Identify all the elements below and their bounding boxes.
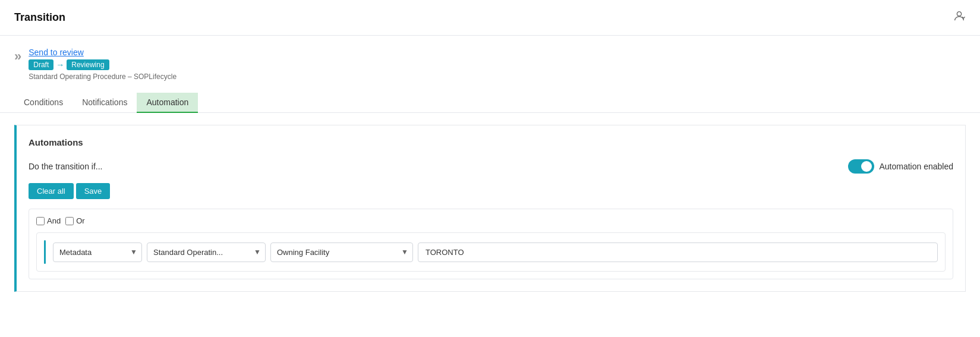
badge-arrow-icon: → (56, 60, 64, 70)
field2-select[interactable]: Standard Operatin... (147, 242, 266, 262)
conditions-container: And Or Metadata ▼ Standard Operatin... (29, 209, 953, 279)
transition-info: » Send to review Draft → Reviewing Stand… (0, 36, 980, 81)
condition-value-input[interactable] (418, 242, 938, 262)
clear-all-button[interactable]: Clear all (29, 183, 74, 199)
top-header: Transition (0, 0, 980, 36)
automation-enabled-row: Automation enabled (848, 159, 953, 174)
user-icon (953, 10, 966, 23)
tabs-bar: Conditions Notifications Automation (0, 93, 980, 113)
or-checkbox[interactable] (65, 217, 74, 225)
field1-wrapper: Metadata ▼ (53, 242, 142, 262)
field3-wrapper: Owning Facility ▼ (270, 242, 413, 262)
double-arrow-icon: » (14, 49, 19, 64)
transition-details: Send to review Draft → Reviewing Standar… (29, 48, 177, 81)
tab-conditions[interactable]: Conditions (14, 93, 73, 113)
field3-select[interactable]: Owning Facility (270, 242, 413, 262)
toggle-slider (848, 159, 874, 174)
do-transition-label: Do the transition if... (29, 162, 103, 171)
and-or-row: And Or (36, 216, 946, 225)
transition-subtitle: Standard Operating Procedure – SOPLifecy… (29, 73, 177, 81)
badge-reviewing: Reviewing (67, 59, 109, 70)
do-transition-row: Do the transition if... Automation enabl… (29, 159, 953, 174)
section-title: Automations (29, 137, 953, 147)
and-checkbox[interactable] (36, 217, 45, 225)
svg-point-0 (957, 12, 961, 16)
transition-name[interactable]: Send to review (29, 48, 177, 57)
user-icon-button[interactable] (953, 10, 966, 26)
automation-toggle[interactable] (848, 159, 874, 174)
field1-select[interactable]: Metadata (53, 242, 142, 262)
tab-notifications[interactable]: Notifications (73, 93, 137, 113)
content-area: Automations Do the transition if... Auto… (14, 125, 966, 292)
badge-draft: Draft (29, 59, 53, 70)
transition-badge-row: Draft → Reviewing (29, 59, 177, 70)
tab-automation[interactable]: Automation (137, 93, 198, 113)
save-button[interactable]: Save (76, 183, 111, 199)
page-title: Transition (14, 11, 65, 24)
automation-enabled-text: Automation enabled (879, 162, 953, 171)
and-label[interactable]: And (36, 216, 61, 225)
condition-left-indicator (44, 240, 46, 264)
field2-wrapper: Standard Operatin... ▼ (147, 242, 266, 262)
or-label[interactable]: Or (65, 216, 84, 225)
action-buttons: Clear all Save (29, 183, 953, 199)
condition-row: Metadata ▼ Standard Operatin... ▼ Owning… (36, 232, 946, 272)
